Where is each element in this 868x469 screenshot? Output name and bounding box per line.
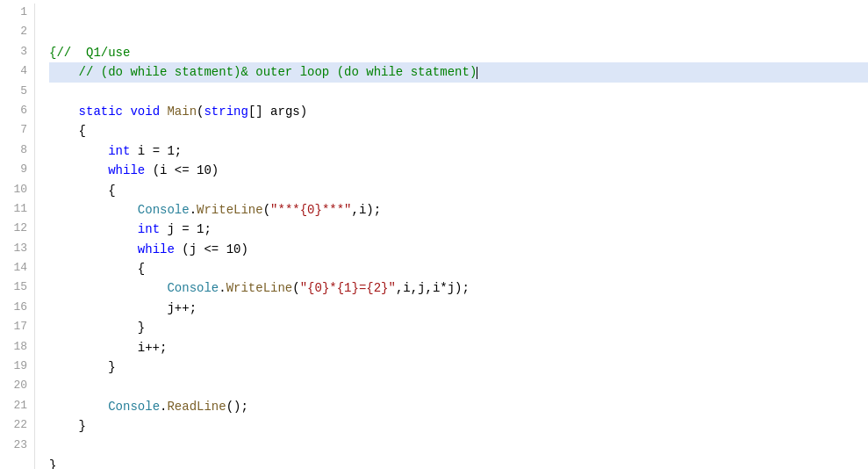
line-number: 17 — [0, 318, 27, 337]
code-token-plain: } — [49, 360, 116, 374]
code-line: } — [49, 416, 868, 436]
line-number: 19 — [0, 357, 27, 377]
code-line: int i = 1; — [49, 141, 868, 161]
code-line: while (j <= 10) — [49, 240, 868, 259]
code-token-plain: . — [190, 203, 197, 217]
line-number: 12 — [0, 220, 27, 239]
code-line: int j = 1; — [49, 220, 868, 239]
editor-container: 1234567891011121314151617181920212223 {/… — [0, 0, 868, 469]
line-number: 2 — [0, 23, 27, 42]
line-numbers: 1234567891011121314151617181920212223 — [0, 4, 35, 469]
code-token-method: Main — [167, 105, 197, 119]
line-number: 15 — [0, 278, 27, 298]
code-token-plain — [49, 105, 79, 119]
code-token-keyword: void — [130, 105, 160, 119]
code-line: { — [49, 121, 868, 141]
line-number: 5 — [0, 83, 27, 102]
code-token-plain: ,i,j,i*j); — [396, 281, 470, 295]
line-number: 6 — [0, 102, 27, 121]
code-token-plain — [49, 242, 138, 256]
code-area: 1234567891011121314151617181920212223 {/… — [0, 4, 868, 469]
code-token-comment: {// Q1/use — [49, 46, 130, 60]
code-line: // (do while statment)& outer loop (do w… — [49, 62, 868, 82]
code-token-comment: // (do while statment)& outer loop (do w… — [49, 65, 477, 79]
code-token-method: WriteLine — [226, 281, 293, 295]
code-token-string: "***{0}***" — [270, 203, 351, 217]
code-line: {// Q1/use — [49, 43, 868, 62]
code-line — [49, 377, 868, 396]
code-token-plain — [49, 144, 108, 158]
code-token-plain: i = 1; — [130, 144, 182, 158]
code-token-plain — [49, 281, 167, 295]
code-line: { — [49, 181, 868, 200]
line-number: 10 — [0, 181, 27, 200]
code-token-keyword: while — [138, 242, 175, 256]
code-token-plain: } — [49, 458, 56, 469]
line-number: 4 — [0, 62, 27, 82]
code-token-plain: j++; — [49, 301, 197, 315]
code-token-keyword: int — [138, 222, 160, 236]
line-number: 18 — [0, 338, 27, 357]
code-content[interactable]: {// Q1/use // (do while statment)& outer… — [35, 4, 868, 469]
code-line: static void Main(string[] args) — [49, 102, 868, 121]
code-token-plain: ,i); — [352, 203, 382, 217]
line-number: 16 — [0, 299, 27, 318]
code-token-plain: { — [49, 184, 116, 198]
code-token-keyword: while — [108, 163, 145, 177]
code-token-plain — [49, 222, 138, 236]
code-token-method: ReadLine — [167, 400, 226, 414]
code-token-plain: } — [49, 321, 145, 335]
code-token-plain: (j <= 10) — [175, 242, 248, 256]
code-line: while (i <= 10) — [49, 161, 868, 180]
code-line: Console.WriteLine("{0}*{1}={2}",i,j,i*j)… — [49, 278, 868, 298]
code-line — [49, 437, 868, 456]
line-number: 8 — [0, 141, 27, 161]
line-number: 22 — [0, 416, 27, 436]
code-token-plain: ( — [263, 203, 270, 217]
line-number: 1 — [0, 4, 27, 23]
code-token-class: Console — [138, 203, 190, 217]
code-token-class: Console — [167, 281, 219, 295]
code-line: i++; — [49, 338, 868, 357]
line-number: 21 — [0, 397, 27, 416]
code-line: Console.WriteLine("***{0}***",i); — [49, 200, 868, 220]
code-line: j++; — [49, 299, 868, 318]
code-line: } — [49, 318, 868, 337]
code-token-plain: { — [49, 124, 86, 138]
code-token-plain: [] args) — [248, 105, 307, 119]
line-number: 23 — [0, 437, 27, 456]
code-token-keyword: static — [79, 105, 123, 119]
code-token-string: "{0}*{1}={2}" — [300, 281, 396, 295]
line-number: 20 — [0, 377, 27, 396]
code-token-plain: { — [49, 262, 145, 276]
code-line — [49, 83, 868, 102]
code-token-plain — [49, 203, 138, 217]
code-token-plain — [49, 400, 108, 414]
line-number: 11 — [0, 200, 27, 220]
code-token-plain: j = 1; — [160, 222, 212, 236]
code-line: } — [49, 456, 868, 469]
line-number: 7 — [0, 121, 27, 141]
line-number: 9 — [0, 161, 27, 180]
line-number: 14 — [0, 259, 27, 278]
code-line: } — [49, 357, 868, 377]
code-line: Console.ReadLine(); — [49, 397, 868, 416]
code-token-plain — [49, 163, 108, 177]
code-token-plain: (); — [226, 400, 248, 414]
code-token-class: Console — [108, 400, 160, 414]
code-token-plain: i++; — [49, 341, 167, 355]
code-token-method: WriteLine — [197, 203, 263, 217]
code-line: { — [49, 259, 868, 278]
line-number: 3 — [0, 43, 27, 62]
code-token-plain: } — [49, 419, 86, 433]
code-token-plain: . — [219, 281, 226, 295]
code-token-plain: ( — [292, 281, 299, 295]
code-token-type: string — [204, 105, 247, 119]
code-token-plain: (i <= 10) — [145, 163, 219, 177]
text-cursor — [477, 67, 477, 79]
code-token-keyword: int — [108, 144, 130, 158]
line-number: 13 — [0, 240, 27, 259]
